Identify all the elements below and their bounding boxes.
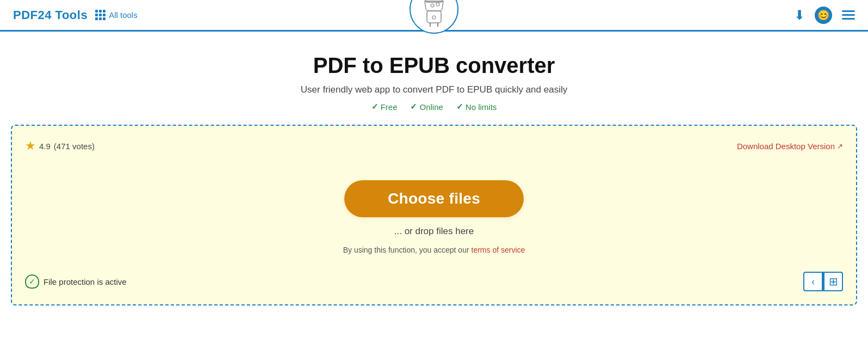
- all-tools-link[interactable]: All tools: [95, 10, 138, 20]
- drop-zone-footer: ✓ File protection is active ‹ ⊞: [25, 272, 843, 291]
- drop-zone-center: Choose files ... or drop files here By u…: [25, 175, 843, 254]
- page-title: PDF to EPUB converter: [313, 53, 555, 78]
- drop-hint: ... or drop files here: [394, 226, 474, 237]
- grid-icon: [95, 10, 106, 20]
- svg-point-3: [436, 3, 439, 6]
- download-desktop-label: Download Desktop Version: [737, 142, 835, 151]
- drop-zone-top: ★ 4.9 (471 votes) Download Desktop Versi…: [25, 139, 843, 153]
- feature-online: ✓ Online: [410, 102, 443, 112]
- feature-nolimits: ✓ No limits: [456, 102, 497, 112]
- download-desktop-link[interactable]: Download Desktop Version ↗: [737, 142, 843, 151]
- header-left: PDF24 Tools All tools: [13, 8, 138, 22]
- menu-icon[interactable]: [842, 10, 855, 20]
- main-content: PDF to EPUB converter User friendly web …: [0, 32, 868, 305]
- footer-nav-icons: ‹ ⊞: [803, 272, 843, 291]
- download-icon[interactable]: ⬇: [794, 8, 805, 23]
- external-link-icon: ↗: [837, 142, 843, 150]
- rating-score: 4.9: [39, 142, 51, 151]
- file-protection-label: File protection is active: [44, 277, 127, 286]
- mascot-logo: [410, 0, 458, 34]
- header-right: ⬇ 😊: [794, 7, 855, 24]
- svg-point-2: [431, 4, 434, 7]
- tos-link[interactable]: terms of service: [472, 246, 525, 254]
- rating-votes: (471 votes): [54, 142, 95, 151]
- add-button[interactable]: ⊞: [823, 272, 843, 291]
- star-icon: ★: [25, 139, 36, 153]
- logo: PDF24 Tools: [13, 8, 88, 22]
- svg-rect-0: [427, 11, 441, 23]
- header: PDF24 Tools All tools: [0, 0, 868, 32]
- svg-point-10: [432, 16, 436, 19]
- feature-free: ✓ Free: [371, 102, 398, 112]
- header-center: [410, 0, 458, 34]
- nav-prev-button[interactable]: ‹: [803, 272, 823, 291]
- user-icon[interactable]: 😊: [815, 7, 832, 24]
- mascot-svg: [415, 0, 453, 28]
- shield-icon: ✓: [25, 274, 39, 289]
- features-row: ✓ Free ✓ Online ✓ No limits: [371, 102, 497, 112]
- rating-row: ★ 4.9 (471 votes): [25, 139, 95, 153]
- tos-text: By using this function, you accept our t…: [343, 246, 525, 254]
- drop-zone[interactable]: ★ 4.9 (471 votes) Download Desktop Versi…: [11, 125, 857, 305]
- page-subtitle: User friendly web app to convert PDF to …: [301, 84, 567, 95]
- all-tools-label: All tools: [109, 10, 138, 20]
- choose-files-button[interactable]: Choose files: [344, 180, 524, 217]
- file-protection: ✓ File protection is active: [25, 274, 127, 289]
